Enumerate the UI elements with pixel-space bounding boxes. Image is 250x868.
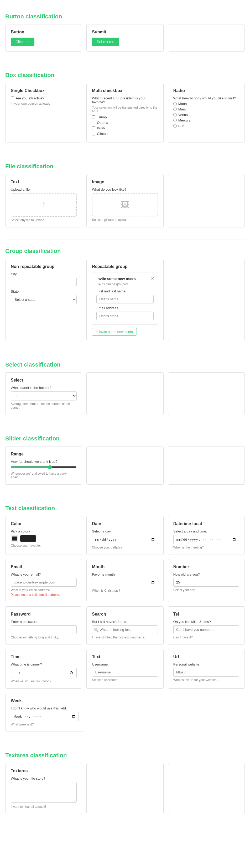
number-input[interactable] — [173, 578, 239, 587]
color-swatch — [20, 535, 36, 542]
text-section-title: Text classification — [5, 505, 245, 512]
month-card-title: Month — [92, 564, 158, 569]
month-hint: When is Christmas? — [92, 589, 158, 592]
file-upload-hint: Select any file to upload. — [11, 218, 77, 222]
tel-field-label: Oh you like Mike & Ikes? — [173, 620, 239, 624]
search-icon: 🔍 — [94, 628, 99, 632]
non-repeatable-card: Non-repeatable group City State Select a… — [5, 259, 82, 341]
textarea-card: Textarea What is your life story? I want… — [5, 763, 82, 814]
search-card-title: Search — [92, 612, 158, 617]
checkbox-trump[interactable]: Trump — [92, 115, 158, 119]
date-input[interactable] — [92, 535, 158, 544]
text-field-card: Text Username Select a username — [86, 649, 163, 689]
password-card: Password Enter a password. Choose someth… — [5, 607, 82, 645]
text-field-label: Username — [92, 662, 158, 666]
month-input[interactable] — [92, 578, 158, 587]
password-input[interactable] — [11, 625, 77, 634]
textarea-classification-section: Textarea classification Textarea What is… — [5, 752, 245, 818]
date-card: Date Select a day. Choose your birthday. — [86, 516, 163, 555]
first-last-input[interactable] — [96, 295, 153, 304]
range-card-title: Range — [11, 452, 77, 457]
radio-venus[interactable]: Venus — [173, 113, 239, 117]
checkbox-bush[interactable]: Bush — [92, 126, 158, 130]
select-field-label: What planet is the hottest? — [11, 386, 77, 390]
city-input[interactable] — [11, 278, 77, 286]
color-field-label: Pick a color? — [11, 529, 77, 533]
planet-select[interactable]: --- Mercury Venus Mars Jupiter — [11, 391, 77, 401]
checkbox-trump-input[interactable] — [92, 116, 95, 119]
single-checkbox-label[interactable]: Are you attractive? — [11, 96, 77, 100]
empty-group-card — [168, 259, 245, 341]
click-me-button[interactable]: Click me — [11, 38, 34, 46]
checkbox-bush-input[interactable] — [92, 126, 95, 130]
remove-group-button[interactable]: ✕ — [151, 276, 155, 281]
single-checkbox-input[interactable] — [11, 96, 14, 100]
month-field-label: Favorite month — [92, 572, 158, 577]
user-email-input[interactable] — [96, 312, 153, 320]
checkbox-clinton-input[interactable] — [92, 132, 95, 135]
search-field-label: But I still haven't found. — [92, 620, 158, 624]
textarea-input[interactable] — [11, 782, 77, 803]
checkbox-obama[interactable]: Obama — [92, 121, 158, 125]
radio-sun[interactable]: Sun — [173, 124, 239, 128]
radio-moon-input[interactable] — [173, 102, 177, 105]
add-users-button[interactable]: + Invite some new users — [92, 328, 137, 336]
datetime-field-label: Select a day and time. — [173, 529, 239, 533]
button-card: Button Click me — [5, 24, 82, 52]
multi-checkbox-field-label: Which recent U.S. president is your favo… — [92, 96, 158, 104]
image-upload-card: Image What do you look like? 🖼 Select a … — [86, 174, 163, 227]
radio-sun-input[interactable] — [173, 124, 177, 127]
radio-mars-input[interactable] — [173, 107, 177, 111]
divider-4 — [5, 353, 245, 353]
week-card: Week I don't know who would use this fie… — [5, 693, 84, 732]
search-wrapper: 🔍 — [92, 625, 158, 634]
email-input[interactable] — [11, 578, 77, 587]
repeatable-card: Repeatable group Invite some new users F… — [86, 259, 163, 341]
single-checkbox-hint: In your own opinion at least. — [11, 102, 77, 105]
file-text-card: Text Upload a file ↑ Select any file to … — [5, 174, 82, 227]
number-hint: Select your age — [173, 588, 239, 592]
tel-input[interactable] — [173, 625, 239, 634]
radio-mars[interactable]: Mars — [173, 107, 239, 111]
time-input[interactable] — [11, 668, 77, 678]
radio-venus-input[interactable] — [173, 113, 177, 117]
radio-mercury[interactable]: Mercury — [173, 118, 239, 122]
range-card: Range How far should we crank it up? Whe… — [5, 446, 82, 485]
button-card-title: Button — [11, 30, 77, 34]
tel-card-title: Tel — [173, 612, 239, 617]
color-input[interactable] — [11, 535, 18, 542]
range-input[interactable] — [11, 465, 77, 469]
text-field-hint: Select a username — [92, 678, 158, 682]
week-input[interactable] — [11, 712, 79, 721]
radio-moon[interactable]: Moon — [173, 102, 239, 106]
file-upload-box[interactable]: ↑ — [11, 193, 77, 217]
checkbox-obama-input[interactable] — [92, 121, 95, 124]
divider-5 — [5, 427, 245, 427]
url-input[interactable] — [173, 668, 239, 677]
submit-me-button[interactable]: Submit me — [92, 38, 119, 46]
submit-card: Submit Submit me — [86, 24, 163, 52]
repeatable-group-item: Invite some new users Fields can be grou… — [92, 272, 158, 325]
repeatable-title: Repeatable group — [92, 264, 158, 269]
number-card-title: Number — [173, 564, 239, 569]
datetime-input[interactable] — [173, 535, 239, 544]
username-input[interactable] — [92, 668, 158, 677]
date-field-label: Select a day. — [92, 529, 158, 533]
date-hint: Choose your birthday. — [92, 546, 158, 549]
slider-classification-section: Slider classification Range How far shou… — [5, 435, 245, 489]
submit-card-title: Submit — [92, 30, 158, 34]
checkbox-clinton[interactable]: Clinton — [92, 132, 158, 136]
single-checkbox-title: Single Checkbox — [11, 88, 77, 93]
password-hint: Choose something long and tricky. — [11, 636, 77, 639]
color-card-title: Color — [11, 521, 77, 526]
radio-mercury-input[interactable] — [173, 119, 177, 122]
empty-file-card — [168, 174, 245, 227]
single-checkbox-card: Single Checkbox Are you attractive? In y… — [5, 83, 82, 143]
password-card-title: Password — [11, 612, 77, 617]
search-input[interactable] — [92, 625, 158, 634]
multi-checkbox-title: Multi checkbox — [92, 88, 158, 93]
radio-card: Radio What heavily body would you like t… — [168, 83, 245, 143]
image-upload-box[interactable]: 🖼 — [92, 193, 158, 216]
color-row — [11, 535, 77, 542]
state-select[interactable]: Select a state — [11, 295, 77, 304]
